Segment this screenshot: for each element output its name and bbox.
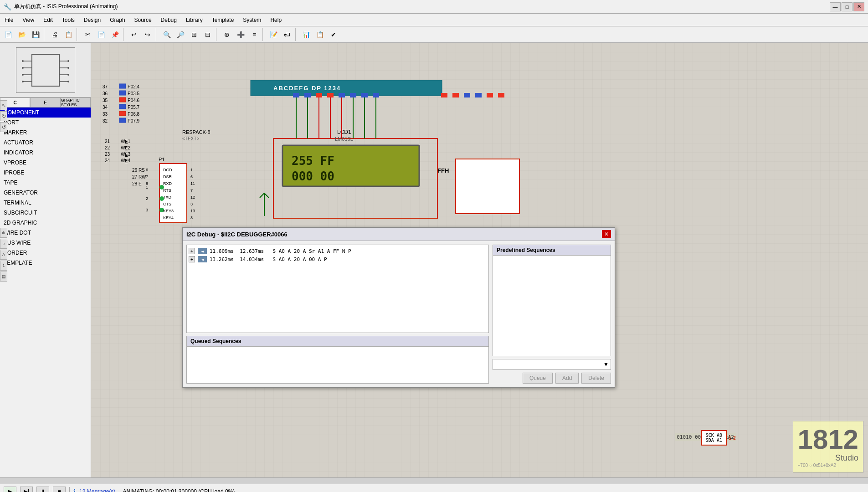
minimize-button[interactable]: — bbox=[830, 2, 841, 11]
svg-text:KEY3: KEY3 bbox=[163, 209, 174, 213]
svg-rect-98 bbox=[361, 93, 368, 97]
sidebar-component-list: COMPONENT PORT MARKER ACTUATOR INDICATOR… bbox=[0, 108, 91, 477]
svg-text:P06.8: P06.8 bbox=[128, 112, 140, 117]
sidebar-item-marker[interactable]: MARKER bbox=[0, 128, 91, 138]
side-tool-1[interactable]: ⊕ bbox=[0, 228, 7, 238]
svg-rect-97 bbox=[350, 93, 356, 97]
svg-text:DCD: DCD bbox=[163, 168, 172, 172]
delete-button[interactable]: Delete bbox=[581, 373, 611, 384]
log-entry-2: + ◄ 13.262ms 14.034ms S A0 A 20 A 00 A P bbox=[189, 255, 487, 263]
i2c-sequence-dropdown[interactable]: ▼ bbox=[493, 359, 611, 370]
menu-system[interactable]: System bbox=[238, 15, 266, 25]
add-wire-button[interactable]: ➕ bbox=[234, 28, 247, 41]
mark-button[interactable]: 🏷 bbox=[281, 28, 293, 41]
pause-button[interactable]: ⏸ bbox=[36, 487, 49, 492]
sidebar-item-buswire[interactable]: BUS WIRE bbox=[0, 238, 91, 248]
svg-text:RTS: RTS bbox=[163, 188, 171, 193]
menu-help[interactable]: Help bbox=[266, 15, 286, 25]
sidebar-item-tape[interactable]: TAPE bbox=[0, 178, 91, 188]
schematic-canvas[interactable]: 37 36 35 34 33 32 P02.4 P03.5 P04.6 P05.… bbox=[91, 43, 868, 477]
sidebar-item-actuator[interactable]: ACTUATOR bbox=[0, 138, 91, 148]
horizontal-scrollbar[interactable] bbox=[0, 477, 868, 484]
sidebar-item-2dgraphic[interactable]: 2D GRAPHIC bbox=[0, 218, 91, 228]
sidebar-item-component[interactable]: COMPONENT bbox=[0, 108, 91, 118]
stop-button[interactable]: ■ bbox=[53, 487, 66, 492]
sidebar-item-port[interactable]: PORT bbox=[0, 118, 91, 128]
zoom-in-button[interactable]: 🔍 bbox=[160, 28, 173, 41]
sidebar-item-border[interactable]: BORDER bbox=[0, 248, 91, 258]
menu-template[interactable]: Template bbox=[207, 15, 239, 25]
open-button[interactable]: 📂 bbox=[15, 28, 28, 41]
menu-graph[interactable]: Graph bbox=[105, 15, 129, 25]
svg-text:000  00: 000 00 bbox=[292, 169, 334, 183]
print-preview-button[interactable]: 📋 bbox=[62, 28, 75, 41]
svg-text:13: 13 bbox=[190, 209, 195, 213]
property-button[interactable]: 📝 bbox=[267, 28, 280, 41]
menu-design[interactable]: Design bbox=[79, 15, 105, 25]
copy-button[interactable]: 📄 bbox=[95, 28, 108, 41]
new-button[interactable]: 📄 bbox=[2, 28, 15, 41]
sidebar-item-indicator[interactable]: INDICATOR bbox=[0, 148, 91, 158]
undo-button[interactable]: ↩ bbox=[128, 28, 140, 41]
side-tool-3[interactable]: A bbox=[0, 250, 7, 260]
sidebar-item-iprobe[interactable]: IPROBE bbox=[0, 168, 91, 178]
side-tool-2[interactable]: ○ bbox=[0, 239, 7, 249]
tab-component-e[interactable]: E bbox=[30, 97, 60, 108]
close-button[interactable]: ✕ bbox=[853, 2, 864, 11]
side-tool-5[interactable]: ▤ bbox=[0, 272, 7, 282]
side-tool-4[interactable]: 1 bbox=[0, 261, 7, 271]
sidebar-item-terminal[interactable]: TERMINAL bbox=[0, 198, 91, 208]
menu-tools[interactable]: Tools bbox=[57, 15, 79, 25]
tab-graphic-styles[interactable]: GRAPHIC STYLES bbox=[61, 97, 91, 108]
chip-sck: SCK A0 bbox=[706, 433, 722, 438]
menu-file[interactable]: File bbox=[0, 15, 18, 25]
svg-text:255  FF: 255 FF bbox=[292, 154, 334, 168]
log-data-1: S A0 A 20 A Sr A1 A FF N P bbox=[272, 248, 351, 254]
select-button[interactable]: ⊕ bbox=[221, 28, 233, 41]
menu-edit[interactable]: Edit bbox=[39, 15, 57, 25]
svg-text:21: 21 bbox=[105, 139, 110, 144]
menu-library[interactable]: Library bbox=[181, 15, 207, 25]
drc-button[interactable]: ✔ bbox=[327, 28, 340, 41]
rotate-tool[interactable]: ↻ bbox=[0, 111, 7, 121]
i2c-close-button[interactable]: ✕ bbox=[602, 230, 611, 238]
chip-address-box: SCK A0 SDA A1 bbox=[701, 430, 727, 446]
maximize-button[interactable]: □ bbox=[842, 2, 853, 11]
zoom-out-button[interactable]: 🔎 bbox=[174, 28, 187, 41]
print-button[interactable]: 🖨 bbox=[48, 28, 61, 41]
menu-source[interactable]: Source bbox=[130, 15, 156, 25]
i2c-dialog-body: + ◄ 11.609ms 12.637ms S A0 A 20 A Sr A1 … bbox=[183, 241, 615, 387]
menu-debug[interactable]: Debug bbox=[156, 15, 181, 25]
sidebar-item-wiredot[interactable]: WIRE DOT bbox=[0, 228, 91, 238]
sidebar-item-template[interactable]: TEMPLATE bbox=[0, 258, 91, 268]
save-button[interactable]: 💾 bbox=[29, 28, 42, 41]
titlebar: 🔧 单片机仿真 - ISIS Professional (Animating) … bbox=[0, 0, 868, 14]
sidebar-item-subcircuit[interactable]: SUBCIRCUIT bbox=[0, 208, 91, 218]
svg-text:ABCDEFG DP        1234: ABCDEFG DP 1234 bbox=[273, 85, 341, 92]
redo-button[interactable]: ↪ bbox=[141, 28, 154, 41]
cut-button[interactable]: ✂ bbox=[81, 28, 94, 41]
sidebar-item-generator[interactable]: GENERATOR bbox=[0, 188, 91, 198]
log-expand-2[interactable]: + bbox=[189, 256, 195, 262]
add-bus-button[interactable]: ≡ bbox=[248, 28, 261, 41]
menu-view[interactable]: View bbox=[18, 15, 39, 25]
queued-sequences-section: Queued Sequences bbox=[186, 336, 489, 384]
zoom-area-button[interactable]: ⊟ bbox=[201, 28, 214, 41]
bom-button[interactable]: 📋 bbox=[313, 28, 326, 41]
sidebar-item-vprobe[interactable]: VPROBE bbox=[0, 158, 91, 168]
rotate-ccw-tool[interactable]: ↺ bbox=[0, 122, 7, 132]
svg-rect-0 bbox=[32, 54, 59, 86]
svg-text:12: 12 bbox=[190, 195, 195, 200]
play-button[interactable]: ▶ bbox=[4, 487, 16, 492]
pointer-tool[interactable]: ↖ bbox=[0, 100, 7, 110]
log-arrow-in-1: ◄ bbox=[198, 248, 207, 254]
step-button[interactable]: ▶| bbox=[20, 487, 33, 492]
paste-button[interactable]: 📌 bbox=[108, 28, 121, 41]
log-expand-1[interactable]: + bbox=[189, 248, 195, 254]
zoom-fit-button[interactable]: ⊞ bbox=[188, 28, 200, 41]
add-button[interactable]: Add bbox=[555, 373, 579, 384]
queue-button[interactable]: Queue bbox=[523, 373, 553, 384]
netlist-button[interactable]: 📊 bbox=[300, 28, 313, 41]
svg-text:24: 24 bbox=[105, 158, 110, 163]
predefined-sequences-body[interactable] bbox=[493, 256, 611, 356]
